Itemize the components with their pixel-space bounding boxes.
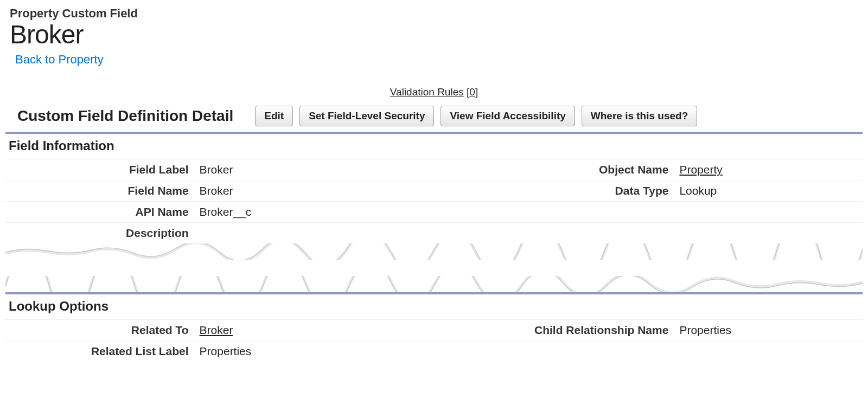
validation-rules-count-link[interactable]: 0 xyxy=(469,86,475,98)
related-list-label-value: Properties xyxy=(194,341,503,362)
table-row: Description xyxy=(5,223,863,244)
child-relationship-name-label: Child Relationship Name xyxy=(502,320,674,341)
api-name-value: Broker__c xyxy=(194,202,503,223)
lookup-options-table: Related To Broker Child Relationship Nam… xyxy=(5,319,863,362)
child-relationship-name-value: Properties xyxy=(674,320,863,341)
empty-value xyxy=(674,341,863,362)
set-field-level-security-button[interactable]: Set Field-Level Security xyxy=(299,106,434,126)
api-name-label: API Name xyxy=(5,202,194,223)
page-header: Property Custom Field Broker Back to Pro… xyxy=(5,4,863,71)
description-value xyxy=(194,223,503,244)
description-label: Description xyxy=(5,223,194,244)
view-field-accessibility-button[interactable]: View Field Accessibility xyxy=(441,106,575,126)
detail-header: Custom Field Definition Detail Edit Set … xyxy=(5,106,863,132)
page-title: Broker xyxy=(10,20,858,49)
field-label-value: Broker xyxy=(194,159,503,181)
data-type-value: Lookup xyxy=(674,181,863,202)
validation-rules-row: Validation Rules [0] xyxy=(5,86,863,98)
field-name-value: Broker xyxy=(194,181,503,202)
edit-button[interactable]: Edit xyxy=(255,106,293,126)
detail-header-title: Custom Field Definition Detail xyxy=(17,107,233,125)
empty-label xyxy=(502,202,674,223)
tear-top-icon xyxy=(5,243,863,260)
table-row: Field Name Broker Data Type Lookup xyxy=(5,181,863,202)
empty-value xyxy=(674,202,863,223)
button-row: Edit Set Field-Level Security View Field… xyxy=(255,106,858,126)
breadcrumb: Property Custom Field xyxy=(10,7,858,21)
object-name-label: Object Name xyxy=(502,159,674,181)
empty-label xyxy=(502,341,674,362)
related-list-label-label: Related List Label xyxy=(5,341,194,362)
empty-label xyxy=(502,223,674,244)
field-information-title: Field Information xyxy=(5,134,863,159)
related-to-link[interactable]: Broker xyxy=(200,324,233,336)
back-to-property-link[interactable]: Back to Property xyxy=(15,53,104,67)
data-type-label: Data Type xyxy=(502,181,674,202)
field-label-label: Field Label xyxy=(5,159,194,181)
validation-rules-link[interactable]: Validation Rules xyxy=(390,86,464,98)
torn-paper-gap xyxy=(5,243,863,292)
table-row: Related To Broker Child Relationship Nam… xyxy=(5,320,863,341)
validation-rules-count-wrap: [0] xyxy=(467,86,478,98)
lookup-options-title: Lookup Options xyxy=(5,294,863,319)
table-row: API Name Broker__c xyxy=(5,202,863,223)
table-row: Related List Label Properties xyxy=(5,341,863,362)
object-name-link[interactable]: Property xyxy=(679,163,722,176)
tear-bottom-icon xyxy=(5,276,863,292)
field-name-label: Field Name xyxy=(5,181,194,202)
related-to-label: Related To xyxy=(5,320,194,341)
where-is-this-used-button[interactable]: Where is this used? xyxy=(582,106,697,126)
field-information-table: Field Label Broker Object Name Property … xyxy=(5,159,863,243)
table-row: Field Label Broker Object Name Property xyxy=(5,159,863,181)
empty-value xyxy=(674,223,863,244)
